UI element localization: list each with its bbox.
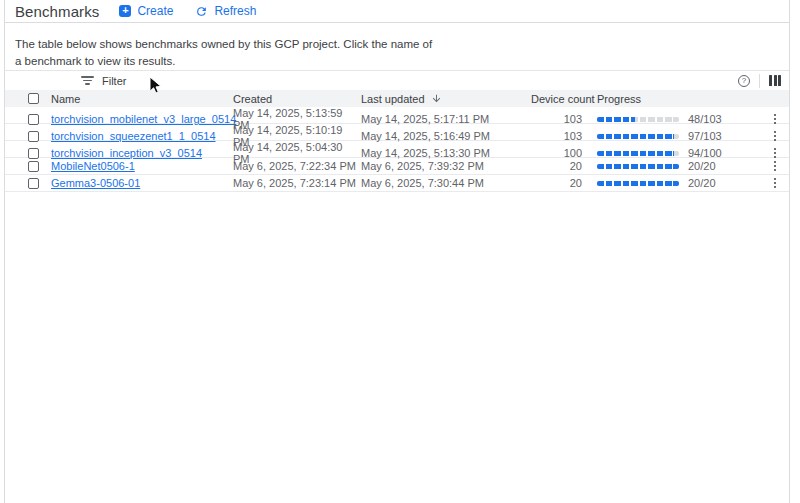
refresh-icon xyxy=(195,5,208,18)
progress-label: 20/20 xyxy=(688,160,716,172)
kebab-menu-icon[interactable] xyxy=(770,147,781,160)
filter-bar: Filter ? xyxy=(5,70,789,90)
create-button-label: Create xyxy=(137,4,173,18)
benchmarks-panel: Benchmarks + Create Refresh The table be… xyxy=(4,0,790,503)
row-checkbox[interactable] xyxy=(28,148,39,159)
benchmark-name-cell: torchvision_inception_v3_0514 xyxy=(51,147,233,159)
device-count-cell: 20 xyxy=(531,160,597,172)
benchmark-name-link[interactable]: torchvision_mobilenet_v3_large_0514 xyxy=(51,113,236,125)
progress-cell: 20/20 xyxy=(597,160,761,172)
table-toolbar-icons: ? xyxy=(738,74,781,88)
progress-cell: 97/103 xyxy=(597,130,761,142)
row-checkbox-cell xyxy=(28,148,51,159)
kebab-menu-icon[interactable] xyxy=(770,113,781,126)
last-updated-cell: May 14, 2025, 5:13:30 PM xyxy=(361,147,531,159)
table-row: Gemma3-0506-01May 6, 2025, 7:23:14 PMMay… xyxy=(5,175,789,192)
filter-label: Filter xyxy=(102,75,126,87)
progress-cell: 48/103 xyxy=(597,113,761,125)
table-row: MobileNet0506-1May 6, 2025, 7:22:34 PMMa… xyxy=(5,158,789,175)
benchmark-name-link[interactable]: torchvision_squeezenet1_1_0514 xyxy=(51,130,216,142)
row-checkbox[interactable] xyxy=(28,178,39,189)
select-all-cell xyxy=(28,93,51,104)
column-header-name[interactable]: Name xyxy=(51,93,233,105)
kebab-menu-icon[interactable] xyxy=(770,130,781,143)
description-line-2: a benchmark to view its results. xyxy=(15,53,789,70)
device-count-cell: 103 xyxy=(531,130,597,142)
row-menu-cell xyxy=(761,177,789,190)
column-header-device-count[interactable]: Device count xyxy=(531,93,597,105)
benchmarks-table: Name Created Last updated Device count P… xyxy=(5,90,789,192)
benchmark-name-link[interactable]: MobileNet0506-1 xyxy=(51,160,135,172)
benchmark-name-link[interactable]: torchvision_inception_v3_0514 xyxy=(51,147,202,159)
last-updated-cell: May 6, 2025, 7:30:44 PM xyxy=(361,177,531,189)
progress-label: 97/103 xyxy=(688,130,722,142)
row-menu-cell xyxy=(761,160,789,173)
progress-bar-fill xyxy=(597,164,679,169)
row-menu-cell xyxy=(761,130,789,143)
row-checkbox-cell xyxy=(28,178,51,189)
benchmark-name-link[interactable]: Gemma3-0506-01 xyxy=(51,177,140,189)
benchmark-name-cell: MobileNet0506-1 xyxy=(51,160,233,172)
table-body: torchvision_mobilenet_v3_large_0514May 1… xyxy=(5,107,789,192)
description-line-1: The table below shows benchmarks owned b… xyxy=(15,36,789,53)
toolbar-divider xyxy=(759,74,760,88)
kebab-menu-icon[interactable] xyxy=(770,177,781,190)
plus-icon: + xyxy=(119,5,131,17)
refresh-button-label: Refresh xyxy=(214,4,256,18)
created-cell: May 6, 2025, 7:23:14 PM xyxy=(233,177,361,189)
progress-bar-fill xyxy=(597,117,635,122)
refresh-button[interactable]: Refresh xyxy=(195,4,256,18)
progress-bar xyxy=(597,151,679,156)
device-count-cell: 103 xyxy=(531,113,597,125)
progress-bar xyxy=(597,181,679,186)
kebab-menu-icon[interactable] xyxy=(770,160,781,173)
filter-input[interactable]: Filter xyxy=(81,75,126,87)
progress-label: 48/103 xyxy=(688,113,722,125)
progress-bar xyxy=(597,134,679,139)
row-checkbox-cell xyxy=(28,114,51,125)
filter-list-icon xyxy=(81,76,94,85)
help-icon[interactable]: ? xyxy=(738,75,750,87)
device-count-cell: 20 xyxy=(531,177,597,189)
row-checkbox-cell xyxy=(28,161,51,172)
table-row: torchvision_squeezenet1_1_0514May 14, 20… xyxy=(5,124,789,141)
device-count-cell: 100 xyxy=(531,147,597,159)
page-title: Benchmarks xyxy=(15,3,99,20)
table-header-row: Name Created Last updated Device count P… xyxy=(5,90,789,107)
row-checkbox-cell xyxy=(28,131,51,142)
column-header-last-updated[interactable]: Last updated xyxy=(361,93,531,105)
last-updated-cell: May 14, 2025, 5:16:49 PM xyxy=(361,130,531,142)
progress-bar-fill xyxy=(597,134,674,139)
created-cell: May 6, 2025, 7:22:34 PM xyxy=(233,160,361,172)
last-updated-cell: May 14, 2025, 5:17:11 PM xyxy=(361,113,531,125)
progress-label: 20/20 xyxy=(688,177,716,189)
row-checkbox[interactable] xyxy=(28,161,39,172)
column-header-progress[interactable]: Progress xyxy=(597,93,761,105)
column-display-icon[interactable] xyxy=(769,75,781,86)
progress-bar xyxy=(597,117,679,122)
column-header-last-updated-label: Last updated xyxy=(361,93,425,105)
page-header: Benchmarks + Create Refresh xyxy=(5,0,789,23)
table-row: torchvision_inception_v3_0514May 14, 202… xyxy=(5,141,789,158)
row-checkbox[interactable] xyxy=(28,114,39,125)
benchmark-name-cell: torchvision_mobilenet_v3_large_0514 xyxy=(51,113,233,125)
progress-label: 94/100 xyxy=(688,147,722,159)
row-menu-cell xyxy=(761,147,789,160)
select-all-checkbox[interactable] xyxy=(28,93,39,104)
progress-cell: 20/20 xyxy=(597,177,761,189)
row-checkbox[interactable] xyxy=(28,131,39,142)
benchmark-name-cell: Gemma3-0506-01 xyxy=(51,177,233,189)
benchmark-name-cell: torchvision_squeezenet1_1_0514 xyxy=(51,130,233,142)
table-row: torchvision_mobilenet_v3_large_0514May 1… xyxy=(5,107,789,124)
create-button[interactable]: + Create xyxy=(119,4,173,18)
progress-bar xyxy=(597,164,679,169)
row-menu-cell xyxy=(761,113,789,126)
arrow-down-icon xyxy=(431,93,442,104)
progress-cell: 94/100 xyxy=(597,147,761,159)
description-text: The table below shows benchmarks owned b… xyxy=(5,23,789,70)
column-header-created[interactable]: Created xyxy=(233,93,361,105)
progress-bar-fill xyxy=(597,181,679,186)
progress-bar-fill xyxy=(597,151,674,156)
last-updated-cell: May 6, 2025, 7:39:32 PM xyxy=(361,160,531,172)
